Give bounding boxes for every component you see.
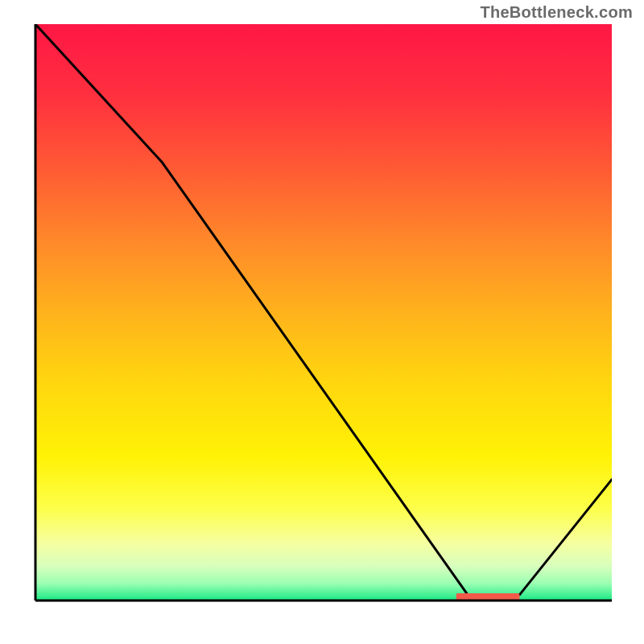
watermark-text: TheBottleneck.com (480, 3, 633, 22)
chart-canvas (35, 24, 612, 601)
gradient-background (35, 24, 612, 601)
optimum-marker (456, 593, 520, 601)
plot-area (35, 24, 612, 601)
chart-root: TheBottleneck.com (0, 0, 644, 644)
